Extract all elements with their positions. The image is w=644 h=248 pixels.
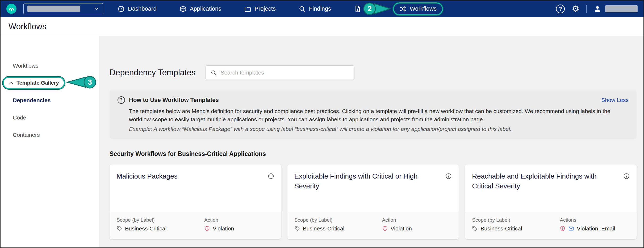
dashboard-icon (118, 5, 125, 13)
user-icon (593, 5, 601, 13)
info-icon[interactable] (445, 173, 452, 213)
callout-arrow-right (374, 4, 390, 14)
document-icon (354, 5, 361, 13)
help-glyph: ? (559, 6, 562, 12)
action-label: Action (204, 217, 234, 223)
action-column: Action Violation (204, 217, 234, 239)
nav-item-reports[interactable] (354, 5, 361, 13)
info-icon[interactable] (623, 173, 630, 213)
scope-value: Business-Critical (303, 225, 344, 232)
callout-step-3: 3 (63, 75, 98, 90)
content-heading-row: Dependency Templates (110, 65, 637, 80)
scope-value-row: Business-Critical (472, 225, 560, 232)
mend-logo-icon[interactable] (6, 4, 16, 14)
template-card-malicious-packages[interactable]: Malicious Packages Scope (by Label) (110, 164, 281, 239)
nav-label: Dashboard (128, 5, 157, 12)
scope-column: Scope (by Label) Business-Critical (472, 217, 560, 239)
violation-shield-icon (204, 226, 210, 232)
scope-label: Scope (by Label) (294, 217, 382, 223)
sidebar-item-label: Code (13, 114, 26, 121)
callout-number: 3 (88, 78, 92, 86)
vertical-divider (586, 5, 587, 13)
action-value: Violation, Email (577, 225, 615, 232)
action-value: Violation (391, 225, 412, 232)
sidebar-item-label: Dependencies (13, 97, 51, 104)
question-circle-icon: ? (118, 96, 125, 104)
findings-search-icon (299, 5, 306, 13)
tag-icon (294, 226, 300, 232)
info-panel-header: ? How to Use Workflow Templates Show Les… (118, 96, 629, 104)
content-heading: Dependency Templates (110, 68, 195, 77)
scope-value-row: Business-Critical (116, 225, 204, 232)
card-footer: Scope (by Label) Business-Critical Actio… (287, 213, 459, 239)
nav-item-applications[interactable]: Applications (179, 5, 221, 13)
info-panel-example: Example: A workflow “Malicious Package” … (129, 126, 629, 132)
action-label: Actions (560, 217, 615, 223)
card-footer: Scope (by Label) Business-Critical Actio… (465, 213, 637, 239)
template-card-exploitable-findings[interactable]: Exploitable Findings with Critical or Hi… (287, 164, 459, 239)
scope-label: Scope (by Label) (472, 217, 560, 223)
scope-value: Business-Critical (480, 225, 522, 232)
action-column: Action Violation (382, 217, 412, 239)
card-title: Reachable and Exploitable Findings with … (472, 171, 616, 213)
tag-icon (116, 226, 122, 232)
page-header: Workflows (1, 17, 643, 36)
settings-gear-icon[interactable]: ⚙ (572, 5, 579, 13)
sidebar-item-containers[interactable]: Containers (1, 126, 99, 143)
violation-shield-icon (382, 226, 388, 232)
sidebar-item-label: Workflows (13, 63, 38, 69)
help-icon[interactable]: ? (556, 5, 565, 13)
nav-item-workflows[interactable]: Workflows (393, 2, 443, 15)
card-top: Malicious Packages (110, 164, 281, 213)
callout-arrow-left (67, 77, 86, 87)
gear-glyph: ⚙ (572, 4, 579, 14)
scope-column: Scope (by Label) Business-Critical (116, 217, 204, 239)
action-value-row: Violation (204, 225, 234, 232)
sidebar-item-code[interactable]: Code (1, 109, 99, 126)
redacted-user-name (605, 5, 638, 12)
nav-label: Findings (309, 5, 331, 12)
topnav-right-group: ? ⚙ (556, 1, 638, 17)
info-icon[interactable] (268, 173, 274, 213)
user-account-menu[interactable] (593, 5, 638, 13)
search-icon (211, 70, 217, 76)
workflows-icon (399, 5, 407, 13)
scope-value-row: Business-Critical (294, 225, 382, 232)
action-value-row: Violation, Email (560, 225, 615, 232)
organization-selector[interactable] (23, 3, 103, 14)
card-top: Exploitable Findings with Critical or Hi… (287, 164, 459, 213)
chevron-up-icon (9, 80, 14, 86)
app-window: Dashboard Applications Projects Findings (0, 0, 644, 248)
sidebar-item-dependencies[interactable]: Dependencies (1, 92, 99, 109)
top-navigation: Dashboard Applications Projects Findings (1, 1, 643, 17)
nav-label: Projects (254, 5, 275, 12)
info-panel-title: How to Use Workflow Templates (129, 97, 219, 104)
nav-label: Workflows (410, 5, 437, 12)
applications-icon (179, 5, 187, 13)
sidebar-item-template-gallery[interactable]: Template Gallery (3, 77, 65, 89)
nav-item-findings[interactable]: Findings (299, 5, 331, 13)
scope-column: Scope (by Label) Business-Critical (294, 217, 382, 239)
scope-label: Scope (by Label) (116, 217, 204, 223)
show-less-link[interactable]: Show Less (601, 97, 629, 103)
info-panel: ? How to Use Workflow Templates Show Les… (110, 90, 637, 139)
nav-item-dashboard[interactable]: Dashboard (118, 5, 157, 13)
card-footer: Scope (by Label) Business-Critical Actio… (110, 213, 281, 239)
action-value: Violation (213, 225, 234, 232)
template-card-reachable-exploitable[interactable]: Reachable and Exploitable Findings with … (465, 164, 637, 239)
callout-number: 2 (367, 5, 372, 13)
sidebar: Workflows Template Gallery Dependencies … (1, 36, 99, 247)
chevron-down-icon (93, 6, 99, 12)
callout-step-2: 2 (363, 2, 395, 16)
logo-wave-icon (8, 5, 15, 12)
scope-value: Business-Critical (125, 225, 166, 232)
main-content: Dependency Templates ? How to Use Workfl… (99, 36, 643, 247)
template-cards-row: Malicious Packages Scope (by Label) (110, 164, 637, 239)
question-glyph: ? (120, 97, 123, 103)
sidebar-item-workflows[interactable]: Workflows (1, 57, 99, 74)
nav-item-projects[interactable]: Projects (244, 5, 275, 13)
search-input[interactable] (220, 69, 349, 76)
template-search (206, 65, 354, 80)
action-column: Actions Violation, Email (560, 217, 615, 239)
sidebar-item-label: Containers (13, 132, 40, 138)
